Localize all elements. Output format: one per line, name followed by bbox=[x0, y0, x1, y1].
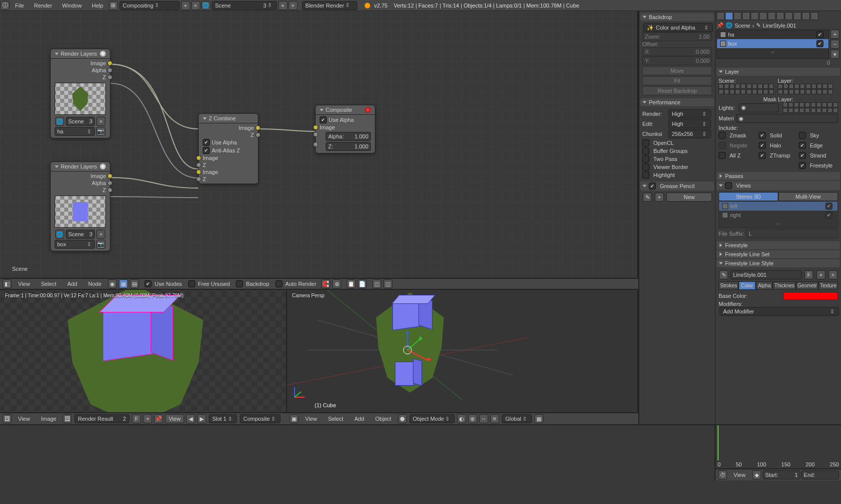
render-icon[interactable]: 📷 bbox=[96, 240, 105, 249]
layer-enable-checkbox[interactable] bbox=[816, 40, 823, 47]
shading-icon[interactable]: ◐ bbox=[457, 414, 466, 423]
negate-checkbox[interactable] bbox=[719, 142, 726, 149]
mode-icon[interactable]: ⬣ bbox=[398, 414, 407, 423]
tab-geometry[interactable]: Geometr bbox=[796, 281, 818, 290]
layer-field[interactable]: ha⇕ bbox=[55, 127, 95, 136]
copy-icon[interactable]: 📋 bbox=[347, 279, 356, 288]
socket-out[interactable] bbox=[107, 75, 112, 80]
auto-render-checkbox[interactable] bbox=[275, 280, 283, 287]
slot-dropdown[interactable]: Slot 1⇕ bbox=[209, 414, 237, 423]
buffer-groups-checkbox[interactable] bbox=[642, 147, 649, 154]
layer-enable-checkbox[interactable] bbox=[816, 31, 823, 38]
snap-icon[interactable]: 🧲 bbox=[321, 279, 330, 288]
backdrop-channel-dropdown[interactable]: ✨Color and Alpha⇕ bbox=[643, 23, 713, 32]
node-render-layers-1[interactable]: Render Layers Image Alpha Z 🌐Scene3× ha⇕… bbox=[50, 49, 110, 138]
socket-in[interactable] bbox=[196, 177, 201, 182]
orientation-dropdown[interactable]: Global⇕ bbox=[502, 414, 532, 423]
socket-in[interactable] bbox=[196, 162, 201, 167]
list-item[interactable]: right bbox=[719, 211, 837, 220]
strand-checkbox[interactable] bbox=[799, 152, 806, 159]
node-render-layers-2[interactable]: Render Layers Image Alpha Z 🌐Scene3× box… bbox=[50, 161, 110, 251]
socket-out[interactable] bbox=[255, 125, 260, 130]
chunk-dropdown[interactable]: 256x256⇕ bbox=[668, 129, 711, 138]
checkbox[interactable] bbox=[203, 139, 210, 146]
layout-add-icon[interactable]: + bbox=[181, 1, 190, 10]
menu-render[interactable]: Render bbox=[29, 3, 57, 9]
linestyle-browse-icon[interactable]: ✎ bbox=[719, 270, 728, 279]
grease-pencil-header[interactable]: Grease Pencil bbox=[640, 182, 714, 191]
socket-in[interactable] bbox=[313, 125, 318, 130]
offset-x-field[interactable]: X:0.000 bbox=[642, 47, 712, 56]
checkbox[interactable] bbox=[203, 147, 210, 154]
views-panel-header[interactable]: Views bbox=[717, 181, 840, 190]
menu-help[interactable]: Help bbox=[87, 3, 108, 9]
freestyle-panel-header[interactable]: Freestyle bbox=[717, 241, 840, 249]
editor-type-icon[interactable]: 🖼 bbox=[3, 414, 12, 423]
marker-icon[interactable]: ◆ bbox=[752, 470, 761, 479]
view-enable-checkbox[interactable] bbox=[825, 212, 832, 219]
menu-view-2[interactable]: View bbox=[165, 414, 184, 423]
socket-in[interactable] bbox=[196, 155, 201, 160]
list-grip[interactable]: ═ bbox=[719, 220, 837, 228]
3d-viewport[interactable]: Camera Persp (1) Cube bbox=[287, 290, 638, 412]
unlink-icon[interactable]: × bbox=[828, 270, 837, 279]
node-z-combine[interactable]: Z Combine Image Z Use Alpha Anti-Alias Z… bbox=[198, 113, 258, 184]
backdrop-checkbox[interactable] bbox=[236, 280, 243, 287]
views-mode-toggle[interactable]: Stereo 3DMulti-View bbox=[719, 192, 838, 201]
freestyle-checkbox[interactable] bbox=[799, 162, 806, 169]
reset-backdrop-button[interactable]: Reset Backdrop bbox=[642, 86, 712, 95]
viewer-border-checkbox[interactable] bbox=[642, 163, 649, 171]
render-icon[interactable]: 📷 bbox=[96, 127, 105, 136]
freestyle-linestyle-header[interactable]: Freestyle Line Style bbox=[717, 259, 840, 267]
node-composite[interactable]: Composite Use Alpha Image Alpha:1.000 Z:… bbox=[315, 105, 375, 153]
menu-add[interactable]: Add bbox=[62, 281, 82, 287]
layout-dropdown[interactable]: Compositing⇕ bbox=[119, 1, 180, 10]
menu-select[interactable]: Select bbox=[36, 281, 62, 287]
menu-view[interactable]: View bbox=[13, 281, 35, 287]
tab-render-layers-icon[interactable] bbox=[725, 12, 733, 20]
socket-in[interactable] bbox=[313, 132, 318, 137]
node-editor[interactable]: Render Layers Image Alpha Z 🌐Scene3× ha⇕… bbox=[0, 11, 638, 278]
tab-world-icon[interactable] bbox=[742, 12, 750, 20]
sky-checkbox[interactable] bbox=[799, 132, 806, 139]
performance-panel-header[interactable]: Performance bbox=[640, 98, 714, 106]
tab-texture[interactable]: Texture bbox=[818, 281, 838, 290]
snap-target-icon[interactable]: ⊕ bbox=[332, 279, 341, 288]
zmask-checkbox[interactable] bbox=[719, 132, 726, 139]
two-pass-checkbox[interactable] bbox=[642, 155, 649, 162]
mode-dropdown[interactable]: Object Mode⇕ bbox=[409, 414, 455, 423]
highlight-checkbox[interactable] bbox=[642, 172, 649, 179]
unlink-icon[interactable]: × bbox=[143, 414, 152, 423]
tab-texture-icon[interactable] bbox=[793, 12, 801, 20]
list-add-icon[interactable]: + bbox=[830, 30, 839, 39]
menu-add[interactable]: Add bbox=[349, 416, 369, 422]
multiview-button[interactable]: Multi-View bbox=[778, 192, 838, 201]
menu-node[interactable]: Node bbox=[83, 281, 106, 287]
linestyle-name-field[interactable]: LineStyle.001 bbox=[731, 270, 802, 279]
z-field[interactable]: Z:1.000 bbox=[326, 142, 371, 151]
tab-object-icon[interactable] bbox=[751, 12, 759, 20]
socket-out[interactable] bbox=[107, 181, 112, 186]
layer-field[interactable]: box⇕ bbox=[55, 240, 95, 249]
list-item[interactable]: left bbox=[719, 202, 837, 211]
start-frame-field[interactable]: Start:1 bbox=[763, 470, 800, 479]
allz-checkbox[interactable] bbox=[719, 152, 726, 159]
alpha-field[interactable]: Alpha:1.000 bbox=[326, 132, 371, 141]
fit-button[interactable]: Fit bbox=[642, 76, 712, 85]
tab-modifiers-icon[interactable] bbox=[768, 12, 776, 20]
freestyle-lineset-header[interactable]: Freestyle Line Set bbox=[717, 250, 840, 258]
socket-out[interactable] bbox=[107, 188, 112, 193]
list-item[interactable]: box bbox=[717, 39, 828, 48]
menu-view[interactable]: View bbox=[13, 416, 35, 422]
scene-dropdown[interactable]: Scene3⇕ bbox=[212, 1, 277, 10]
editor-type-icon[interactable]: ◧ bbox=[3, 279, 12, 288]
checkbox[interactable] bbox=[320, 116, 327, 123]
stereo-button[interactable]: Stereo 3D bbox=[719, 192, 778, 201]
image-browse-icon[interactable]: 🖼 bbox=[63, 414, 72, 423]
view-enable-checkbox[interactable] bbox=[825, 203, 832, 210]
manipulator-toggle-icon[interactable]: ↔ bbox=[479, 414, 488, 423]
scene-browse-icon[interactable]: 🌐 bbox=[55, 117, 64, 126]
timeline[interactable]: 050100150200250 ⏱ View ◆ Start:1 End: bbox=[715, 425, 841, 480]
gp-browse-icon[interactable]: ✎ bbox=[643, 193, 652, 202]
next-icon[interactable]: ▶ bbox=[197, 414, 206, 423]
